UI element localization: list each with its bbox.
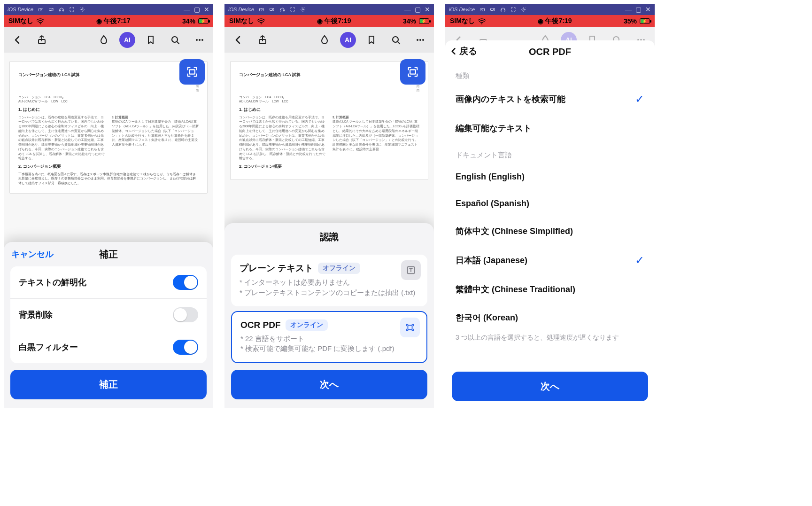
svg-rect-0 <box>39 8 43 11</box>
lang-japanese[interactable]: 日本語 (Japanese) ✓ <box>445 245 655 275</box>
wifi-icon <box>36 18 45 24</box>
ink-icon[interactable] <box>316 31 333 49</box>
sheet-title: 補正 <box>99 248 118 261</box>
close-icon[interactable]: ✕ <box>204 6 209 13</box>
search-icon[interactable] <box>387 31 405 49</box>
sheet-title: OCR PDF <box>529 47 571 57</box>
camera-icon[interactable] <box>38 7 44 12</box>
app-toolbar: AI <box>4 27 213 53</box>
expand-icon[interactable] <box>290 7 295 12</box>
camera-icon[interactable] <box>259 7 264 12</box>
scan-icon[interactable] <box>179 59 205 85</box>
svg-rect-31 <box>501 10 502 12</box>
share-icon[interactable] <box>254 31 271 49</box>
gear-icon[interactable] <box>300 7 306 12</box>
wifi-icon <box>257 18 265 24</box>
sheet-header: キャンセル 補正 <box>4 247 213 262</box>
search-icon[interactable] <box>166 31 184 49</box>
svg-point-19 <box>261 23 262 24</box>
option-editable-text[interactable]: 編集可能なテキスト <box>445 114 655 142</box>
language-note: 3 つ以上の言語を選択すると、処理速度が遅くなります <box>445 332 655 348</box>
option-ocr-pdf[interactable]: OCR PDF オンライン * 22 言語をサポート * 検索可能で編集可能な … <box>231 311 427 364</box>
ocr-pdf-desc1: * 22 言語をサポート <box>240 334 418 344</box>
svg-point-5 <box>82 9 83 10</box>
svg-rect-25 <box>410 70 416 74</box>
gear-icon[interactable] <box>79 7 85 12</box>
more-icon[interactable] <box>191 31 209 49</box>
minimize-icon[interactable]: — <box>184 6 190 13</box>
option-searchable-text[interactable]: 画像内のテキストを検索可能 ✓ <box>445 84 655 114</box>
lang-english[interactable]: English (English) <box>445 163 655 190</box>
ai-button[interactable]: AI <box>340 32 356 48</box>
clock-label: 午後7:19 <box>325 17 351 25</box>
back-icon[interactable] <box>229 31 247 49</box>
toggle-sharpen[interactable] <box>173 275 198 290</box>
expand-icon[interactable] <box>69 7 75 12</box>
sheet-title: 認識 <box>224 228 434 250</box>
expand-icon[interactable] <box>510 7 516 12</box>
lang-spanish[interactable]: Español (Spanish) <box>445 190 655 217</box>
scan-document-icon <box>400 318 420 337</box>
back-button[interactable]: 戻る <box>449 45 477 57</box>
minimize-icon[interactable]: — <box>404 6 411 13</box>
clock-label: 午後7:19 <box>545 17 572 25</box>
lang-chinese-simplified[interactable]: 简体中文 (Chinese Simplified) <box>445 217 655 245</box>
window-icon[interactable]: ▢ <box>635 6 642 13</box>
minimize-icon[interactable]: — <box>625 6 632 13</box>
close-icon[interactable]: ✕ <box>425 6 430 13</box>
option-plain-text[interactable]: プレーン テキスト オフライン * インターネットは必要ありません * プレーン… <box>231 255 427 306</box>
ocr-pdf-desc2: * 検索可能で編集可能な PDF に変換します (.pdf) <box>240 343 418 354</box>
emulator-titlebar: iOS Device — ▢ ✕ <box>445 4 655 15</box>
phone-screen-recognition: iOS Device — ▢ ✕ SIMなし ◉ 午後7:19 34% ⚡ <box>224 4 434 408</box>
svg-rect-3 <box>60 10 61 12</box>
headphone-icon[interactable] <box>500 7 506 12</box>
camera-icon[interactable] <box>479 7 485 12</box>
next-button[interactable]: 次へ <box>452 372 648 401</box>
svg-point-14 <box>261 9 263 10</box>
settings-list[interactable]: 種類 画像内のテキストを検索可能 ✓ 編集可能なテキスト ドキュメント言語 En… <box>445 63 655 365</box>
carrier-label: SIMなし <box>8 17 33 25</box>
window-icon[interactable]: ▢ <box>415 6 421 13</box>
video-icon[interactable] <box>490 7 495 12</box>
cancel-button[interactable]: キャンセル <box>11 249 54 260</box>
battery-icon: ⚡ <box>198 18 209 24</box>
video-icon[interactable] <box>48 7 54 12</box>
emulator-titlebar: iOS Device — ▢ ✕ <box>224 4 434 15</box>
close-icon[interactable]: ✕ <box>645 6 651 13</box>
battery-percent-label: 34% <box>182 17 195 25</box>
lang-chinese-traditional[interactable]: 繁體中文 (Chinese Traditional) <box>445 275 655 304</box>
svg-point-22 <box>417 39 418 41</box>
headphone-icon[interactable] <box>279 7 285 12</box>
doc-title: コンバージョン建物の LCA 試算 <box>18 72 199 78</box>
toggle-remove-bg[interactable] <box>173 307 198 322</box>
svg-point-33 <box>523 9 525 10</box>
video-icon[interactable] <box>269 7 275 12</box>
back-icon[interactable] <box>8 31 26 49</box>
window-icon[interactable]: ▢ <box>194 6 200 13</box>
ocr-settings-sheet: 戻る OCR PDF 種類 画像内のテキストを検索可能 ✓ 編集可能なテキスト … <box>445 40 655 408</box>
more-icon[interactable] <box>411 31 429 49</box>
ai-button[interactable]: AI <box>119 32 135 48</box>
apply-correction-button[interactable]: 補正 <box>10 370 207 399</box>
share-icon[interactable] <box>33 31 51 49</box>
bookmark-icon[interactable] <box>363 31 380 49</box>
svg-point-1 <box>40 9 42 10</box>
next-button[interactable]: 次へ <box>231 370 427 399</box>
svg-point-18 <box>302 9 304 10</box>
ink-icon[interactable] <box>95 31 113 49</box>
recording-dot-icon: ◉ <box>538 17 543 25</box>
bookmark-icon[interactable] <box>142 31 160 49</box>
plain-text-title: プレーン テキスト <box>240 262 313 274</box>
svg-point-11 <box>201 39 203 41</box>
scan-icon[interactable] <box>400 59 425 85</box>
doc-title: コンバージョン建物の LCA 試算 <box>239 72 419 78</box>
option-sharpen: テキストの鮮明化 <box>10 266 207 299</box>
text-icon <box>401 260 421 280</box>
gear-icon[interactable] <box>521 7 526 12</box>
option-bw-filter-label: 白黒フィルター <box>19 342 78 353</box>
lang-korean[interactable]: 한국어 (Korean) <box>445 304 655 332</box>
headphone-icon[interactable] <box>59 7 64 12</box>
option-sharpen-label: テキストの鮮明化 <box>19 277 86 288</box>
svg-rect-32 <box>504 10 505 12</box>
toggle-bw-filter[interactable] <box>173 340 198 355</box>
